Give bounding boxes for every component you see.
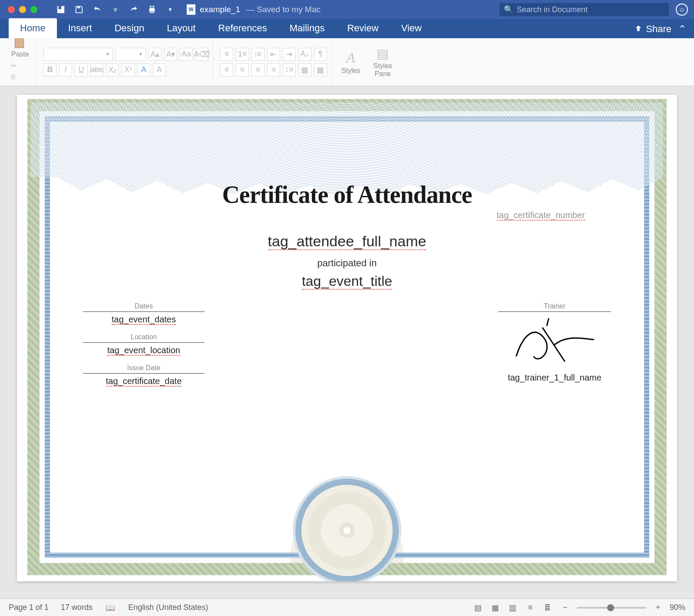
- svg-rect-1: [59, 6, 61, 9]
- document-area[interactable]: Certificate of Attendance tag_certificat…: [0, 86, 694, 599]
- line-spacing-icon[interactable]: ↕≡: [283, 63, 296, 76]
- clear-formatting-icon[interactable]: A⌫: [195, 48, 208, 61]
- text-effects-icon[interactable]: A: [137, 63, 150, 76]
- underline-icon[interactable]: U: [75, 63, 88, 76]
- page-count[interactable]: Page 1 of 1: [9, 603, 49, 612]
- tab-insert[interactable]: Insert: [57, 18, 103, 38]
- align-center-icon[interactable]: ≡: [236, 63, 249, 76]
- superscript-icon[interactable]: X²: [122, 63, 135, 76]
- search-icon: 🔍: [504, 5, 513, 14]
- undo-icon[interactable]: [92, 4, 102, 15]
- subscript-icon[interactable]: X₂: [106, 63, 119, 76]
- print-layout-icon[interactable]: ▦: [490, 602, 501, 613]
- multilevel-list-icon[interactable]: ⁝≡: [251, 48, 264, 61]
- collapse-ribbon-icon[interactable]: ⌃: [678, 23, 686, 38]
- bold-icon[interactable]: B: [43, 63, 56, 76]
- participated-text[interactable]: participated in: [83, 258, 611, 269]
- zoom-out-icon[interactable]: −: [559, 602, 571, 613]
- save-icon[interactable]: [74, 4, 84, 15]
- certificate-right-column: Trainer tag_trainer_1_full_name: [498, 302, 611, 395]
- shrink-font-icon[interactable]: A▾: [164, 48, 177, 61]
- focus-mode-icon[interactable]: ▤: [473, 602, 484, 613]
- certificate-left-column: Dates tag_event_dates Location tag_event…: [83, 302, 205, 395]
- zoom-level[interactable]: 90%: [670, 603, 685, 612]
- italic-icon[interactable]: I: [59, 63, 72, 76]
- status-bar: Page 1 of 1 17 words 📖 English (United S…: [0, 599, 694, 616]
- shading-icon[interactable]: ▦: [298, 63, 311, 76]
- minimize-window-button[interactable]: [19, 6, 26, 13]
- location-label[interactable]: Location: [83, 333, 205, 343]
- numbering-icon[interactable]: 1≡: [236, 48, 249, 61]
- word-count[interactable]: 17 words: [61, 603, 93, 612]
- spellcheck-icon[interactable]: 📖: [105, 602, 116, 613]
- zoom-slider[interactable]: [577, 607, 646, 609]
- outline-view-icon[interactable]: ≡: [525, 602, 536, 613]
- dates-value[interactable]: tag_event_dates: [83, 312, 205, 325]
- certificate-title[interactable]: Certificate of Attendance: [83, 181, 611, 209]
- zoom-in-icon[interactable]: +: [652, 602, 664, 613]
- tab-layout[interactable]: Layout: [155, 18, 207, 38]
- search-placeholder: Search in Document: [517, 5, 588, 14]
- styles-button[interactable]: A Styles: [339, 43, 363, 81]
- copy-icon[interactable]: ⎘: [11, 73, 32, 81]
- change-case-icon[interactable]: Aa: [180, 48, 193, 61]
- document-page[interactable]: Certificate of Attendance tag_certificat…: [17, 95, 677, 581]
- draft-view-icon[interactable]: ≣: [542, 602, 553, 613]
- event-title[interactable]: tag_event_title: [83, 273, 611, 289]
- tab-home[interactable]: Home: [9, 18, 57, 38]
- share-button[interactable]: Share: [633, 23, 671, 38]
- attendee-name[interactable]: tag_attendee_full_name: [83, 233, 611, 250]
- issue-date-label[interactable]: Issue Date: [83, 364, 205, 374]
- font-size-combo[interactable]: ▼: [116, 48, 146, 61]
- location-value[interactable]: tag_event_location: [83, 343, 205, 355]
- close-window-button[interactable]: [8, 6, 15, 13]
- tab-references[interactable]: References: [207, 18, 278, 38]
- svg-rect-5: [150, 11, 153, 13]
- document-name: example_1: [200, 5, 240, 14]
- ribbon-toolbar: Paste ✂ ⎘ 🖌 ▼ ▼ A▴ A▾ Aa A⌫ B I U abc X₂…: [0, 38, 694, 86]
- tab-view[interactable]: View: [390, 18, 433, 38]
- web-layout-icon[interactable]: ▥: [507, 602, 519, 613]
- language-status[interactable]: English (United States): [128, 603, 208, 612]
- ribbon-tabs: Home Insert Design Layout References Mai…: [0, 19, 694, 38]
- redo-icon[interactable]: [129, 4, 139, 15]
- increase-indent-icon[interactable]: ⇥: [283, 48, 296, 61]
- tab-design[interactable]: Design: [103, 18, 155, 38]
- quick-access-dropdown-icon[interactable]: ▼: [165, 4, 175, 15]
- signature-image: [496, 308, 613, 377]
- sort-icon[interactable]: A↓: [298, 48, 311, 61]
- share-icon: [633, 24, 642, 34]
- document-title: W example_1 — Saved to my Mac: [187, 4, 321, 15]
- align-right-icon[interactable]: ≡: [251, 63, 264, 76]
- strikethrough-icon[interactable]: abc: [90, 63, 103, 76]
- window-controls: [8, 6, 37, 13]
- font-family-combo[interactable]: ▼: [43, 48, 113, 61]
- autosave-icon[interactable]: [56, 4, 66, 15]
- feedback-icon[interactable]: ☺: [676, 3, 688, 16]
- justify-icon[interactable]: ≡: [267, 63, 280, 76]
- styles-pane-button[interactable]: ▤ Styles Pane: [371, 43, 395, 81]
- titlebar: ▾ ▼ W example_1 — Saved to my Mac 🔍 Sear…: [0, 0, 694, 19]
- show-marks-icon[interactable]: ¶: [314, 48, 327, 61]
- certificate-number[interactable]: tag_certificate_number: [83, 210, 585, 221]
- issue-date-value[interactable]: tag_certificate_date: [83, 374, 205, 386]
- bullets-icon[interactable]: ≡: [220, 48, 233, 61]
- share-label: Share: [646, 23, 671, 35]
- dates-label[interactable]: Dates: [83, 302, 205, 312]
- paragraph-group: ≡ 1≡ ⁝≡ ⇤ ⇥ A↓ ¶ ≡ ≡ ≡ ≡ ↕≡ ▦ ▦: [216, 41, 332, 83]
- maximize-window-button[interactable]: [30, 6, 37, 13]
- tab-mailings[interactable]: Mailings: [278, 18, 336, 38]
- tab-review[interactable]: Review: [336, 18, 390, 38]
- save-status: — Saved to my Mac: [246, 5, 321, 14]
- svg-rect-4: [150, 7, 153, 9]
- search-input[interactable]: 🔍 Search in Document: [499, 3, 669, 16]
- cut-icon[interactable]: ✂: [11, 62, 32, 70]
- decrease-indent-icon[interactable]: ⇤: [267, 48, 280, 61]
- undo-dropdown-icon[interactable]: ▾: [110, 4, 121, 15]
- align-left-icon[interactable]: ≡: [220, 63, 233, 76]
- certificate-body: Certificate of Attendance tag_certificat…: [83, 181, 611, 537]
- highlight-icon[interactable]: A: [153, 63, 166, 76]
- borders-icon[interactable]: ▦: [314, 63, 327, 76]
- print-icon[interactable]: [147, 4, 157, 15]
- grow-font-icon[interactable]: A▴: [149, 48, 162, 61]
